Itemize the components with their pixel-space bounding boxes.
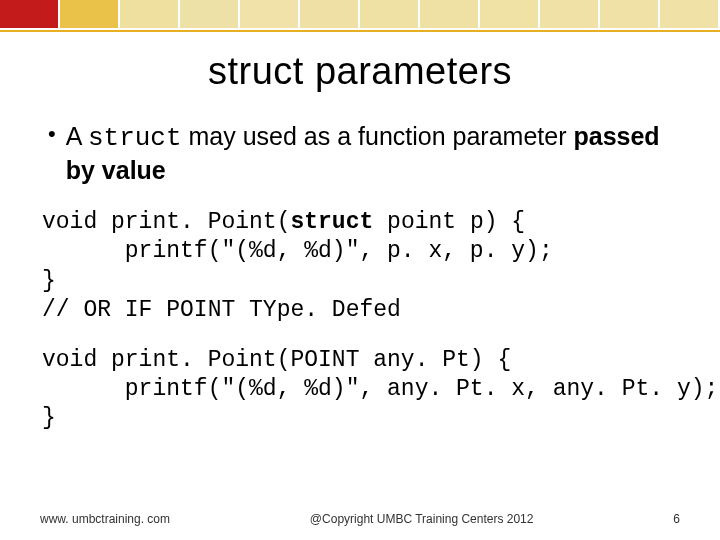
code2-l2: printf("(%d, %d)", any. Pt. x, any. Pt. … <box>42 376 718 402</box>
bullet-text: A struct may used as a function paramete… <box>66 121 680 186</box>
topbar-block <box>180 0 238 28</box>
slide-body: struct parameters • A struct may used as… <box>0 32 720 434</box>
code1-l1a: void print. Point( <box>42 209 290 235</box>
code1-l1b: struct <box>290 209 373 235</box>
footer-page-number: 6 <box>673 512 680 526</box>
footer: www. umbctraining. com @Copyright UMBC T… <box>0 512 720 526</box>
topbar-block <box>600 0 658 28</box>
code1-l2: printf("(%d, %d)", p. x, p. y); <box>42 238 553 264</box>
bullet-mono: struct <box>88 123 182 153</box>
code1-l4: // OR IF POINT TYpe. Defed <box>42 297 401 323</box>
code1-l3: } <box>42 268 56 294</box>
code1-l1c: point p) { <box>373 209 525 235</box>
topbar-block <box>120 0 178 28</box>
code-block-2: void print. Point(POINT any. Pt) { print… <box>40 346 680 434</box>
topbar-block <box>360 0 418 28</box>
footer-center: @Copyright UMBC Training Centers 2012 <box>170 512 673 526</box>
topbar-block <box>480 0 538 28</box>
topbar-block <box>60 0 118 28</box>
topbar-block <box>0 0 58 28</box>
bullet-prefix: A <box>66 122 88 150</box>
topbar-block <box>660 0 718 28</box>
topbar-block <box>540 0 598 28</box>
topbar-block <box>300 0 358 28</box>
topbar-block <box>240 0 298 28</box>
footer-left: www. umbctraining. com <box>40 512 170 526</box>
bullet-mid: may used as a function parameter <box>182 122 574 150</box>
topbar-block <box>420 0 478 28</box>
bullet-item: • A struct may used as a function parame… <box>40 121 680 186</box>
bullet-marker: • <box>48 121 56 147</box>
top-color-bar <box>0 0 720 28</box>
code-block-1: void print. Point(struct point p) { prin… <box>40 208 680 326</box>
code2-l3: } <box>42 405 56 431</box>
slide-title: struct parameters <box>40 50 680 93</box>
code2-l1: void print. Point(POINT any. Pt) { <box>42 347 511 373</box>
